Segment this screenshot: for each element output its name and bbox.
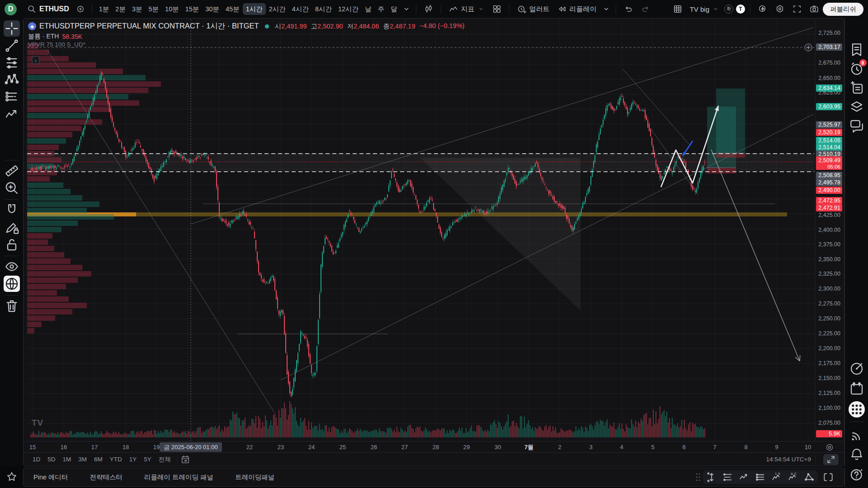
replay-button[interactable]: 리플레이 [553, 3, 600, 15]
layout-manager-button[interactable] [669, 3, 686, 15]
sidebar-apps-button[interactable] [849, 401, 865, 418]
emoji-tool-tool-button[interactable] [4, 141, 20, 157]
range-button-전체[interactable]: 전체 [155, 454, 175, 465]
sidebar-calendar-button[interactable] [849, 380, 865, 397]
volume-indicator-label[interactable]: 볼륨 · ETH [28, 33, 59, 41]
sidebar-help-button[interactable] [849, 466, 865, 483]
bottom-tab[interactable]: 전략테스터 [90, 473, 123, 482]
compare-add-icon[interactable] [73, 3, 88, 15]
timeframe-button-2시간[interactable]: 2시간 [266, 3, 289, 15]
range-button-1Y[interactable]: 1Y [126, 454, 141, 465]
legend-symbol-title[interactable]: ETHUSDTPERP PERPETUAL MIX CONTRACT · 1시간… [39, 21, 259, 31]
drawing-lock-tool-button[interactable] [4, 219, 20, 235]
undo-button[interactable] [620, 3, 637, 15]
hide-drawings-tool-button[interactable] [4, 258, 20, 275]
sidebar-notes-button[interactable] [849, 80, 865, 96]
range-button-YTD[interactable]: YTD [106, 454, 126, 465]
trash-tool-button[interactable] [4, 298, 20, 314]
range-button-1D[interactable]: 1D [29, 454, 44, 465]
wave-ac-icon[interactable]: AC [787, 471, 799, 483]
clock[interactable]: 14:54:54 UTC+9 [766, 456, 811, 463]
time-axis[interactable]: 151617181920212223242526272829307월234567… [29, 442, 811, 452]
alarm-plus-icon [517, 4, 527, 14]
ruler-tool-button[interactable] [4, 163, 20, 179]
zigzag-arrow-icon[interactable] [738, 471, 750, 483]
sidebar-object-tree-button[interactable] [849, 99, 865, 115]
right-sidebar: 8 [844, 18, 868, 488]
timeframe-button-12시간[interactable]: 12시간 [335, 3, 362, 15]
svg-text:27: 27 [401, 444, 408, 450]
multi-lines-icon[interactable] [722, 471, 734, 483]
timeframe-button-5분[interactable]: 5분 [146, 3, 162, 15]
chart-canvas[interactable]: ‹2,725.002,675.002,650.002,625.002,425.0… [24, 19, 844, 453]
range-button-1M[interactable]: 1M [59, 454, 75, 465]
user-avatar[interactable]: D [5, 3, 17, 15]
timeframe-button-45분[interactable]: 45분 [222, 3, 243, 15]
wave-15-icon[interactable]: 15 [771, 471, 783, 483]
sidebar-watchlist-button[interactable] [849, 42, 865, 58]
timeframe-button-4시간[interactable]: 4시간 [289, 3, 312, 15]
timeframe-button-주[interactable]: 주 [375, 3, 388, 15]
range-button-5D[interactable]: 5D [44, 454, 59, 465]
bottom-tab[interactable]: Pine 에디터 [33, 473, 68, 482]
user-chip-1[interactable]: 확 [724, 5, 733, 14]
price-scale[interactable]: 2,725.002,675.002,650.002,625.002,425.00… [816, 30, 842, 437]
timeframe-chevron-icon[interactable] [401, 3, 412, 15]
go-to-date-icon[interactable] [180, 455, 190, 465]
range-button-5Y[interactable]: 5Y [140, 454, 155, 465]
snapshot-button[interactable] [806, 3, 823, 15]
timeframe-button-1시간[interactable]: 1시간 [243, 3, 266, 15]
price-range-icon[interactable] [706, 471, 717, 483]
sidebar-scanner-button[interactable] [849, 361, 865, 377]
publish-button[interactable]: 퍼블리쉬 [823, 3, 863, 16]
vpvr-indicator-label[interactable]: VPVR 75 100 S_UD* [28, 41, 464, 50]
globe-tool-button[interactable] [4, 276, 20, 292]
pattern-tri-icon[interactable] [803, 471, 815, 483]
sidebar-streams-button[interactable] [849, 427, 865, 444]
bottom-tab[interactable]: 트레이딩패널 [235, 473, 274, 482]
timeframe-button-달[interactable]: 달 [387, 3, 401, 15]
symbol-search-button[interactable]: ETHUSD [23, 3, 73, 15]
layout-name-button[interactable]: TV big [686, 3, 723, 15]
indicators-button[interactable]: 지표 [445, 3, 488, 15]
quick-search-button[interactable] [754, 3, 771, 15]
timeframe-button-3분[interactable]: 3분 [129, 3, 146, 15]
settings-button[interactable] [771, 3, 788, 15]
timeframe-button-날[interactable]: 날 [362, 3, 375, 15]
fib-lines-tool-button[interactable] [4, 55, 20, 71]
xabcd-pattern-tool-button[interactable] [4, 72, 20, 88]
sidebar-notifications-button[interactable] [849, 446, 865, 463]
lock-all-tool-button[interactable] [4, 236, 20, 253]
magnet-tool-button[interactable] [4, 202, 20, 218]
crosshair-tool-button[interactable] [4, 20, 20, 37]
fullscreen-button[interactable] [788, 3, 806, 15]
wave-zigzag-tool-button[interactable] [4, 106, 20, 122]
replay-chevron-icon[interactable] [600, 3, 612, 15]
alert-button[interactable]: 얼러트 [513, 3, 553, 15]
maximize-panel-icon[interactable] [822, 471, 834, 483]
text-tool-tool-button[interactable] [4, 123, 20, 140]
timeframe-button-2분[interactable]: 2분 [112, 3, 129, 15]
timeframe-button-10분[interactable]: 10분 [162, 3, 182, 15]
redo-button[interactable] [637, 3, 654, 15]
timeframe-button-30분[interactable]: 30분 [202, 3, 222, 15]
sidebar-alerts-button[interactable]: 8 [849, 61, 865, 77]
sidebar-chat-button[interactable] [849, 117, 865, 134]
timeframe-button-15분[interactable]: 15분 [182, 3, 203, 15]
indicator-templates-button[interactable] [488, 3, 505, 15]
chart-style-button[interactable] [420, 3, 437, 15]
favorites-star-icon[interactable] [6, 471, 18, 483]
zoom-in-tool-button[interactable] [4, 180, 20, 196]
timeframe-button-1분[interactable]: 1분 [96, 3, 113, 15]
bottom-tab[interactable]: 리플레이 트레이딩 패널 [144, 473, 213, 482]
market-status-dot[interactable] [265, 24, 269, 28]
adjust-scale-button[interactable] [823, 454, 839, 465]
trend-line-tool-button[interactable] [4, 38, 20, 54]
drag-handle-icon[interactable] [695, 472, 701, 482]
range-button-3M[interactable]: 3M [75, 454, 90, 465]
timeframe-button-8시간[interactable]: 8시간 [312, 3, 335, 15]
user-chip-2[interactable]: T [736, 5, 745, 14]
range-button-6M[interactable]: 6M [90, 454, 106, 465]
projection-lines-tool-button[interactable] [4, 89, 20, 105]
h-rays-icon[interactable] [755, 471, 766, 483]
